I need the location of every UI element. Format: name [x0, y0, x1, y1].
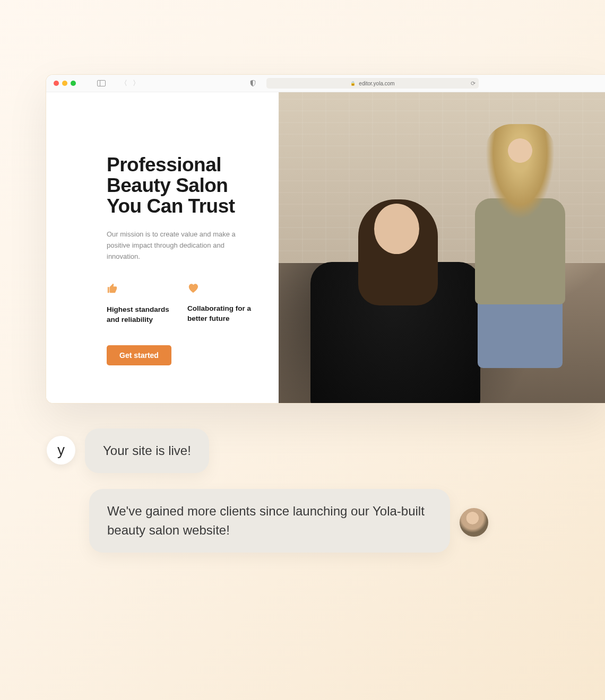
- minimize-icon[interactable]: [62, 81, 67, 86]
- back-button[interactable]: 〈: [120, 78, 127, 88]
- window-controls: [54, 81, 76, 86]
- address-bar[interactable]: 🔒 editor.yola.com ⟳: [266, 78, 479, 89]
- feature-item: Collaborating for a better future: [187, 283, 256, 325]
- system-message-bubble: Your site is live!: [85, 428, 209, 473]
- chat-row-system: y Your site is live!: [47, 428, 556, 473]
- nav-arrows: 〈 〉: [120, 78, 140, 88]
- reload-icon[interactable]: ⟳: [471, 80, 476, 87]
- thumbs-up-icon: [107, 283, 176, 298]
- user-avatar: [460, 508, 488, 537]
- get-started-button[interactable]: Get started: [107, 345, 171, 365]
- system-avatar: y: [47, 436, 75, 465]
- hero-title: Professional Beauty Salon You Can Trust: [107, 155, 279, 217]
- feature-text: Collaborating for a better future: [187, 304, 256, 324]
- user-message-bubble: We've gained more clients since launchin…: [89, 489, 450, 553]
- hero-subtitle: Our mission is to create value and make …: [107, 229, 245, 262]
- hero-section: Professional Beauty Salon You Can Trust …: [46, 92, 279, 403]
- chat-area: y Your site is live! We've gained more c…: [47, 428, 556, 568]
- heart-icon: [187, 283, 256, 296]
- feature-text: Highest standards and reliability: [107, 305, 176, 325]
- avatar-letter: y: [57, 442, 65, 459]
- browser-window: 〈 〉 🔒 editor.yola.com ⟳ Professional Bea…: [46, 74, 605, 404]
- privacy-shield-icon[interactable]: [250, 80, 256, 86]
- chat-row-user: We've gained more clients since launchin…: [47, 489, 556, 553]
- feature-list: Highest standards and reliability Collab…: [107, 283, 279, 325]
- forward-button[interactable]: 〉: [133, 78, 140, 88]
- maximize-icon[interactable]: [71, 81, 76, 86]
- hero-image: [279, 92, 605, 403]
- browser-toolbar: 〈 〉 🔒 editor.yola.com ⟳: [46, 75, 605, 92]
- lock-icon: 🔒: [350, 81, 356, 86]
- site-preview: Professional Beauty Salon You Can Trust …: [46, 92, 605, 403]
- close-icon[interactable]: [54, 81, 59, 86]
- url-text: editor.yola.com: [359, 81, 394, 86]
- feature-item: Highest standards and reliability: [107, 283, 176, 325]
- sidebar-toggle-icon[interactable]: [97, 80, 106, 86]
